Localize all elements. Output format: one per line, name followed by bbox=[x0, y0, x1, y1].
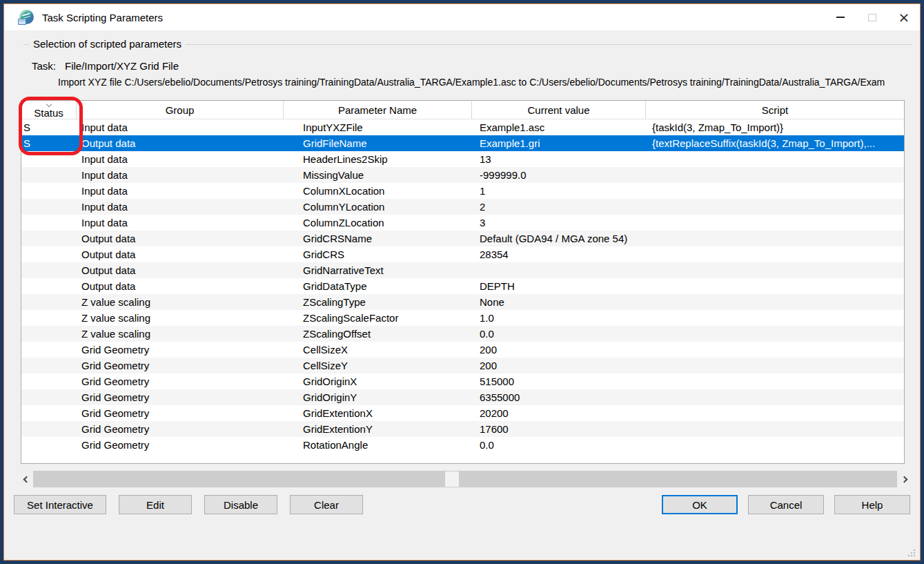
cell-script bbox=[646, 183, 904, 199]
cell-group: Input data bbox=[77, 215, 284, 231]
cell-parameter-name: GridCRS bbox=[284, 246, 472, 262]
cell-status bbox=[21, 389, 77, 405]
column-header-script[interactable]: Script bbox=[646, 101, 904, 119]
close-button[interactable]: × bbox=[888, 4, 920, 30]
cell-parameter-name: CellSizeX bbox=[284, 342, 472, 358]
cell-parameter-name: GridNarrativeText bbox=[284, 262, 472, 278]
cell-status bbox=[21, 231, 77, 246]
cell-script bbox=[646, 342, 904, 358]
scroll-right-button[interactable] bbox=[899, 471, 911, 487]
cell-status bbox=[21, 421, 77, 437]
cell-current-value: 2 bbox=[472, 199, 646, 215]
cell-status bbox=[21, 246, 77, 262]
edit-button[interactable]: Edit bbox=[119, 495, 192, 514]
column-header-current-value[interactable]: Current value bbox=[472, 101, 646, 119]
cell-status: S bbox=[21, 135, 77, 151]
scrollbar-track[interactable] bbox=[33, 471, 897, 487]
column-header-parameter-name[interactable]: Parameter Name bbox=[284, 101, 472, 119]
table-row[interactable]: Z value scaling ZScalingType None bbox=[21, 294, 904, 310]
table-body: S Input data InputYXZFile Example1.asc {… bbox=[21, 119, 904, 453]
cell-current-value: 1.0 bbox=[472, 310, 646, 326]
table-row[interactable]: Input data ColumnXLocation 1 bbox=[21, 183, 904, 199]
groupbox-legend: Selection of scripted parameters bbox=[29, 38, 186, 50]
table-row[interactable]: Input data ColumnZLocation 3 bbox=[21, 215, 904, 231]
table-row[interactable]: Grid Geometry GridExtentionX 20200 bbox=[21, 405, 904, 421]
parameters-table: Status Group Parameter Name Current valu… bbox=[21, 100, 905, 464]
cell-script bbox=[646, 294, 904, 310]
help-button[interactable]: Help bbox=[834, 495, 910, 514]
cell-status bbox=[21, 373, 77, 389]
table-row[interactable]: S Output data GridFileName Example1.gri … bbox=[21, 135, 904, 151]
cell-current-value: 200 bbox=[472, 358, 646, 373]
cell-group: Z value scaling bbox=[77, 326, 284, 342]
cell-parameter-name: MissingValue bbox=[284, 167, 472, 183]
cell-parameter-name: GridCRSName bbox=[284, 231, 472, 246]
table-row[interactable]: Z value scaling ZScalingScaleFactor 1.0 bbox=[21, 310, 904, 326]
cell-group: Output data bbox=[77, 135, 284, 151]
clear-button[interactable]: Clear bbox=[290, 495, 363, 514]
cell-status bbox=[21, 151, 77, 167]
resize-grip[interactable] bbox=[907, 549, 915, 556]
chevron-left-icon bbox=[23, 476, 30, 483]
cell-parameter-name: GridExtentionX bbox=[284, 405, 472, 421]
disable-button[interactable]: Disable bbox=[204, 495, 277, 514]
cell-status bbox=[21, 358, 77, 373]
minimize-button[interactable] bbox=[825, 4, 856, 30]
column-header-group[interactable]: Group bbox=[77, 101, 284, 119]
cell-group: Input data bbox=[77, 167, 284, 183]
cell-parameter-name: GridFileName bbox=[284, 135, 472, 151]
cell-status bbox=[21, 405, 77, 421]
table-row[interactable]: Input data MissingValue -999999.0 bbox=[21, 167, 904, 183]
table-row[interactable]: Grid Geometry RotationAngle 0.0 bbox=[21, 437, 904, 453]
cell-group: Grid Geometry bbox=[77, 421, 284, 437]
chevron-right-icon bbox=[901, 476, 907, 483]
table-row[interactable]: S Input data InputYXZFile Example1.asc {… bbox=[21, 119, 904, 135]
cell-script bbox=[646, 215, 904, 231]
table-row[interactable]: Output data GridNarrativeText bbox=[21, 262, 904, 278]
cell-script bbox=[646, 231, 904, 246]
cell-group: Input data bbox=[77, 119, 284, 135]
cell-parameter-name: GridOriginY bbox=[284, 389, 472, 405]
set-interactive-button[interactable]: Set Interactive bbox=[14, 495, 106, 514]
cell-group: Input data bbox=[77, 151, 284, 167]
cancel-button[interactable]: Cancel bbox=[748, 495, 824, 514]
scrollbar-thumb[interactable] bbox=[445, 471, 459, 487]
cell-current-value: 0.0 bbox=[472, 437, 646, 453]
table-row[interactable]: Output data GridCRSName Default (GDA94 /… bbox=[21, 231, 904, 246]
cell-status bbox=[21, 294, 77, 310]
cell-group: Grid Geometry bbox=[77, 437, 284, 453]
cell-current-value: 6355000 bbox=[472, 389, 646, 405]
cell-script bbox=[646, 310, 904, 326]
table-row[interactable]: Output data GridDataType DEPTH bbox=[21, 278, 904, 294]
table-row[interactable]: Z value scaling ZScalingOffset 0.0 bbox=[21, 326, 904, 342]
table-row[interactable]: Grid Geometry CellSizeY 200 bbox=[21, 358, 904, 373]
table-row[interactable]: Grid Geometry GridExtentionY 17600 bbox=[21, 421, 904, 437]
cell-parameter-name: CellSizeY bbox=[284, 358, 472, 373]
cell-current-value: 17600 bbox=[472, 421, 646, 437]
cell-script bbox=[646, 358, 904, 373]
cell-script bbox=[646, 262, 904, 278]
cell-group: Output data bbox=[77, 262, 284, 278]
table-row[interactable]: Input data HeaderLines2Skip 13 bbox=[21, 151, 904, 167]
cell-status bbox=[21, 199, 77, 215]
cell-parameter-name: ZScalingOffset bbox=[284, 326, 472, 342]
cell-group: Grid Geometry bbox=[77, 358, 284, 373]
column-header-status[interactable]: Status bbox=[21, 101, 77, 119]
table-row[interactable]: Grid Geometry GridOriginY 6355000 bbox=[21, 389, 904, 405]
table-row[interactable]: Grid Geometry GridOriginX 515000 bbox=[21, 373, 904, 389]
scroll-left-button[interactable] bbox=[19, 471, 31, 487]
table-header: Status Group Parameter Name Current valu… bbox=[21, 101, 904, 119]
table-row[interactable]: Output data GridCRS 28354 bbox=[21, 246, 904, 262]
cell-script bbox=[646, 421, 904, 437]
cell-group: Input data bbox=[77, 199, 284, 215]
ok-button[interactable]: OK bbox=[662, 495, 738, 514]
cell-parameter-name: GridDataType bbox=[284, 278, 472, 294]
cell-current-value: 515000 bbox=[472, 373, 646, 389]
app-icon bbox=[18, 10, 35, 25]
cell-parameter-name: InputYXZFile bbox=[284, 119, 472, 135]
table-row[interactable]: Input data ColumnYLocation 2 bbox=[21, 199, 904, 215]
table-row[interactable]: Grid Geometry CellSizeX 200 bbox=[21, 342, 904, 358]
cell-current-value: DEPTH bbox=[472, 278, 646, 294]
sort-descending-icon bbox=[46, 101, 51, 107]
cell-status bbox=[21, 278, 77, 294]
